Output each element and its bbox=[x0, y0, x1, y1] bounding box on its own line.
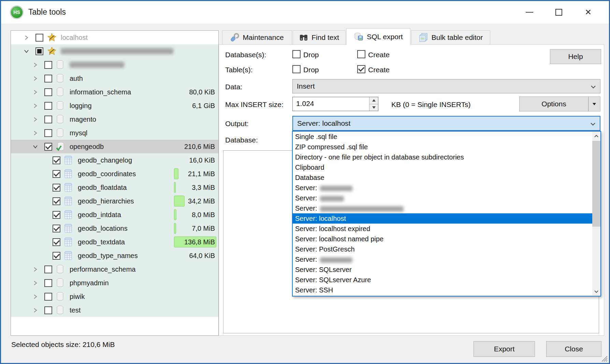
tree-row[interactable]: performance_schema bbox=[11, 262, 218, 276]
minimize-button[interactable] bbox=[515, 1, 544, 24]
tree-row[interactable]: geodb_changelog16,0 KiB bbox=[11, 153, 218, 167]
dropdown-option[interactable]: Server: localhost bbox=[293, 213, 592, 224]
tree-checkbox[interactable] bbox=[44, 293, 52, 301]
scrollbar-thumb[interactable] bbox=[592, 141, 600, 227]
tree-checkbox[interactable] bbox=[53, 170, 60, 178]
dropdown-option[interactable]: Server: PostGresch bbox=[293, 244, 592, 254]
tree-row[interactable]: geodb_type_names64,0 KiB bbox=[11, 249, 218, 262]
chevron-right-icon[interactable] bbox=[33, 267, 44, 272]
tree-row[interactable]: geodb_floatdata3,3 MiB bbox=[11, 181, 218, 194]
tree-label: piwik bbox=[70, 293, 85, 301]
chevron-right-icon[interactable] bbox=[33, 131, 44, 136]
options-split-button[interactable]: Options bbox=[519, 96, 600, 111]
chevron-right-icon[interactable] bbox=[24, 35, 35, 40]
tree-row[interactable]: information_schema80,0 KiB bbox=[11, 85, 218, 99]
chevron-down-icon[interactable] bbox=[33, 144, 44, 149]
dropdown-option[interactable]: Server: bbox=[293, 183, 592, 193]
tree-checkbox[interactable] bbox=[53, 184, 60, 192]
dropdown-option[interactable]: Server: bbox=[293, 203, 592, 213]
chevron-right-icon[interactable] bbox=[33, 117, 44, 122]
tree-row[interactable]: logging6,1 GiB bbox=[11, 99, 218, 112]
tree-checkbox[interactable] bbox=[53, 225, 60, 232]
resize-grip-icon[interactable] bbox=[599, 353, 607, 362]
tree-row[interactable]: geodb_textdata136,8 MiB bbox=[11, 235, 218, 249]
dropdown-option[interactable]: Server: localhost named pipe bbox=[293, 234, 592, 244]
chevron-right-icon[interactable] bbox=[33, 103, 44, 108]
maximize-button[interactable] bbox=[544, 1, 573, 24]
chevron-right-icon[interactable] bbox=[33, 294, 44, 299]
tree-row[interactable]: piwik bbox=[11, 290, 218, 303]
tree-checkbox[interactable] bbox=[44, 88, 52, 96]
chevron-right-icon[interactable] bbox=[33, 62, 44, 67]
tree-checkbox[interactable] bbox=[53, 156, 60, 164]
tab-bulk-table-editor[interactable]: Bulk table editor bbox=[411, 30, 490, 44]
dropdown-option[interactable]: Server: SQLserver Azure bbox=[293, 275, 592, 285]
database-ok-icon bbox=[56, 142, 65, 151]
dropdown-option[interactable]: Server: SQLserver bbox=[293, 264, 592, 275]
tree-row[interactable]: geodb_coordinates21,1 MiB bbox=[11, 167, 218, 181]
dropdown-option[interactable]: Server: SSH bbox=[293, 285, 592, 295]
max-insert-size-input[interactable]: 1.024 bbox=[292, 97, 378, 111]
close-button[interactable]: Close bbox=[546, 341, 601, 357]
tree-checkbox[interactable] bbox=[44, 61, 52, 69]
tab-maintenance[interactable]: Maintenance bbox=[222, 30, 292, 44]
tree-checkbox[interactable] bbox=[53, 211, 60, 219]
tree-row[interactable]: auth bbox=[11, 72, 218, 85]
tree-checkbox[interactable] bbox=[44, 75, 52, 82]
dropdown-option[interactable]: Server: localhost expired bbox=[293, 224, 592, 234]
dropdown-scrollbar[interactable] bbox=[592, 132, 600, 296]
tree-checkbox[interactable] bbox=[44, 143, 52, 151]
tree-checkbox[interactable] bbox=[53, 197, 60, 205]
spin-up-button[interactable] bbox=[369, 97, 378, 104]
tree-checkbox[interactable] bbox=[44, 279, 52, 287]
tree-checkbox[interactable] bbox=[53, 238, 60, 246]
databases-drop-checkbox[interactable] bbox=[292, 50, 301, 58]
tree-row[interactable] bbox=[11, 44, 218, 58]
tables-drop-checkbox[interactable] bbox=[292, 65, 301, 73]
tree-checkbox[interactable] bbox=[35, 47, 43, 55]
help-button[interactable]: Help bbox=[550, 49, 601, 64]
dropdown-option[interactable]: Single .sql file bbox=[293, 132, 592, 142]
tab-label: Bulk table editor bbox=[432, 33, 483, 42]
chevron-right-icon[interactable] bbox=[33, 280, 44, 286]
tree-checkbox[interactable] bbox=[44, 266, 52, 273]
tree-row[interactable]: phpmyadmin bbox=[11, 276, 218, 290]
tree-row[interactable] bbox=[11, 58, 218, 72]
tree-row[interactable]: localhost bbox=[11, 31, 218, 44]
tab-find-text[interactable]: Find text bbox=[293, 30, 346, 44]
output-select[interactable]: Server: localhost bbox=[292, 116, 600, 131]
tree-checkbox[interactable] bbox=[44, 116, 52, 123]
chevron-right-icon[interactable] bbox=[33, 90, 44, 95]
options-dropdown-button[interactable] bbox=[589, 103, 600, 105]
spin-down-button[interactable] bbox=[369, 104, 378, 111]
dropdown-option[interactable]: Database bbox=[293, 172, 592, 183]
tree-row[interactable]: magento bbox=[11, 112, 218, 126]
tables-create-checkbox[interactable] bbox=[357, 65, 365, 73]
tree-checkbox[interactable] bbox=[35, 34, 43, 42]
databases-create-checkbox[interactable] bbox=[357, 50, 365, 58]
tree-checkbox[interactable] bbox=[53, 252, 60, 260]
tree-checkbox[interactable] bbox=[44, 306, 52, 314]
tree-checkbox[interactable] bbox=[44, 102, 52, 110]
dropdown-option[interactable]: Clipboard bbox=[293, 162, 592, 172]
data-select[interactable]: Insert bbox=[292, 79, 600, 93]
tab-sql-export[interactable]: SQL export bbox=[346, 28, 410, 45]
tree-row[interactable]: geodb_locations7,0 MiB bbox=[11, 222, 218, 235]
dropdown-option[interactable]: Server: bbox=[293, 193, 592, 203]
tree-row[interactable]: geodb_hierarchies34,2 MiB bbox=[11, 194, 218, 208]
dropdown-option[interactable]: Directory - one file per object in datab… bbox=[293, 152, 592, 162]
tree-row[interactable]: opengeodb210,6 MiB bbox=[11, 140, 218, 153]
tree-row[interactable]: geodb_intdata8,0 MiB bbox=[11, 208, 218, 222]
chevron-right-icon[interactable] bbox=[33, 308, 44, 313]
chevron-right-icon[interactable] bbox=[33, 76, 44, 81]
scroll-down-button[interactable] bbox=[592, 287, 600, 296]
dropdown-option[interactable]: ZIP compressed .sql file bbox=[293, 142, 592, 152]
tree-row[interactable]: test bbox=[11, 303, 218, 317]
close-window-button[interactable]: ✕ bbox=[573, 1, 603, 24]
chevron-down-icon[interactable] bbox=[24, 49, 35, 54]
dropdown-option[interactable]: Server: bbox=[293, 254, 592, 264]
tree-row[interactable]: mysql bbox=[11, 126, 218, 140]
export-button[interactable]: Export bbox=[474, 341, 535, 357]
tree-checkbox[interactable] bbox=[44, 129, 52, 137]
scroll-up-button[interactable] bbox=[592, 132, 600, 140]
